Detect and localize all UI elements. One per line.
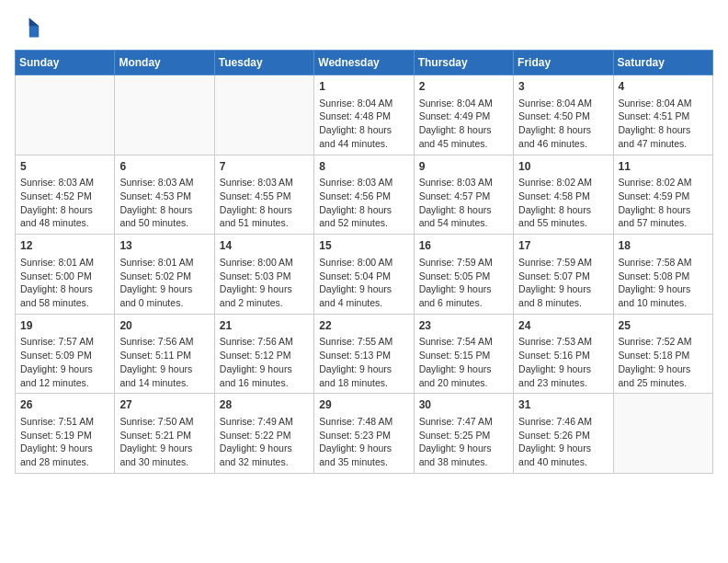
day-number: 18: [619, 238, 708, 254]
calendar-cell: 28Sunrise: 7:49 AM Sunset: 5:22 PM Dayli…: [214, 394, 313, 474]
day-number: 12: [20, 238, 109, 254]
calendar-cell: 24Sunrise: 7:53 AM Sunset: 5:16 PM Dayli…: [514, 314, 613, 394]
day-number: 9: [419, 159, 508, 175]
day-number: 29: [319, 397, 408, 413]
calendar-table: SundayMondayTuesdayWednesdayThursdayFrid…: [15, 50, 713, 474]
calendar-cell: 23Sunrise: 7:54 AM Sunset: 5:15 PM Dayli…: [414, 314, 513, 394]
calendar-cell: 17Sunrise: 7:59 AM Sunset: 5:07 PM Dayli…: [514, 235, 613, 315]
calendar-week-row: 12Sunrise: 8:01 AM Sunset: 5:00 PM Dayli…: [16, 235, 713, 315]
logo: [15, 15, 44, 40]
calendar-cell: 3Sunrise: 8:04 AM Sunset: 4:50 PM Daylig…: [514, 75, 613, 155]
calendar-cell: 15Sunrise: 8:00 AM Sunset: 5:04 PM Dayli…: [314, 235, 414, 315]
calendar-cell: 4Sunrise: 8:04 AM Sunset: 4:51 PM Daylig…: [613, 75, 712, 155]
day-info: Sunrise: 8:02 AM Sunset: 4:59 PM Dayligh…: [619, 176, 708, 230]
calendar-cell: [115, 75, 214, 155]
day-info: Sunrise: 7:51 AM Sunset: 5:19 PM Dayligh…: [20, 415, 109, 469]
calendar-cell: 31Sunrise: 7:46 AM Sunset: 5:26 PM Dayli…: [514, 394, 613, 474]
day-info: Sunrise: 7:55 AM Sunset: 5:13 PM Dayligh…: [319, 335, 408, 389]
logo-icon: [15, 15, 40, 40]
calendar-cell: 1Sunrise: 8:04 AM Sunset: 4:48 PM Daylig…: [314, 75, 414, 155]
day-info: Sunrise: 7:48 AM Sunset: 5:23 PM Dayligh…: [319, 415, 408, 469]
day-number: 25: [619, 318, 708, 334]
day-info: Sunrise: 7:50 AM Sunset: 5:21 PM Dayligh…: [119, 415, 209, 469]
day-number: 2: [419, 79, 508, 95]
day-info: Sunrise: 8:03 AM Sunset: 4:57 PM Dayligh…: [419, 176, 508, 230]
calendar-cell: 8Sunrise: 8:03 AM Sunset: 4:56 PM Daylig…: [314, 155, 414, 235]
weekday-header-row: SundayMondayTuesdayWednesdayThursdayFrid…: [16, 51, 713, 75]
day-number: 11: [619, 159, 708, 175]
calendar-cell: 30Sunrise: 7:47 AM Sunset: 5:25 PM Dayli…: [414, 394, 513, 474]
calendar-cell: 6Sunrise: 8:03 AM Sunset: 4:53 PM Daylig…: [115, 155, 214, 235]
day-info: Sunrise: 8:03 AM Sunset: 4:53 PM Dayligh…: [119, 176, 209, 230]
day-number: 5: [20, 159, 109, 175]
day-number: 4: [619, 79, 708, 95]
day-info: Sunrise: 7:59 AM Sunset: 5:07 PM Dayligh…: [518, 256, 608, 310]
day-number: 6: [119, 159, 209, 175]
day-info: Sunrise: 8:01 AM Sunset: 5:00 PM Dayligh…: [20, 256, 109, 310]
day-number: 17: [518, 238, 608, 254]
day-number: 8: [319, 159, 408, 175]
calendar-cell: 29Sunrise: 7:48 AM Sunset: 5:23 PM Dayli…: [314, 394, 414, 474]
calendar-cell: [214, 75, 313, 155]
calendar-cell: 26Sunrise: 7:51 AM Sunset: 5:19 PM Dayli…: [16, 394, 115, 474]
day-number: 1: [319, 79, 408, 95]
calendar-cell: [16, 75, 115, 155]
day-info: Sunrise: 7:58 AM Sunset: 5:08 PM Dayligh…: [619, 256, 708, 310]
weekday-header: Thursday: [414, 51, 513, 75]
day-number: 10: [518, 159, 608, 175]
day-info: Sunrise: 7:53 AM Sunset: 5:16 PM Dayligh…: [518, 335, 608, 389]
calendar-week-row: 1Sunrise: 8:04 AM Sunset: 4:48 PM Daylig…: [16, 75, 713, 155]
day-info: Sunrise: 7:57 AM Sunset: 5:09 PM Dayligh…: [20, 335, 109, 389]
day-number: 27: [119, 397, 209, 413]
day-info: Sunrise: 8:02 AM Sunset: 4:58 PM Dayligh…: [518, 176, 608, 230]
calendar-cell: 10Sunrise: 8:02 AM Sunset: 4:58 PM Dayli…: [514, 155, 613, 235]
weekday-header: Friday: [514, 51, 613, 75]
day-info: Sunrise: 7:59 AM Sunset: 5:05 PM Dayligh…: [419, 256, 508, 310]
calendar-cell: 5Sunrise: 8:03 AM Sunset: 4:52 PM Daylig…: [16, 155, 115, 235]
day-info: Sunrise: 8:04 AM Sunset: 4:48 PM Dayligh…: [319, 97, 408, 151]
calendar-cell: 25Sunrise: 7:52 AM Sunset: 5:18 PM Dayli…: [613, 314, 712, 394]
day-number: 30: [419, 397, 508, 413]
calendar-cell: [613, 394, 712, 474]
calendar-cell: 19Sunrise: 7:57 AM Sunset: 5:09 PM Dayli…: [16, 314, 115, 394]
day-info: Sunrise: 7:46 AM Sunset: 5:26 PM Dayligh…: [518, 415, 608, 469]
calendar-week-row: 5Sunrise: 8:03 AM Sunset: 4:52 PM Daylig…: [16, 155, 713, 235]
day-number: 14: [220, 238, 309, 254]
weekday-header: Tuesday: [214, 51, 313, 75]
day-info: Sunrise: 8:04 AM Sunset: 4:51 PM Dayligh…: [619, 97, 708, 151]
page-header: [15, 15, 713, 40]
day-info: Sunrise: 8:03 AM Sunset: 4:55 PM Dayligh…: [220, 176, 309, 230]
day-info: Sunrise: 8:00 AM Sunset: 5:03 PM Dayligh…: [220, 256, 309, 310]
calendar-cell: 16Sunrise: 7:59 AM Sunset: 5:05 PM Dayli…: [414, 235, 513, 315]
day-info: Sunrise: 7:56 AM Sunset: 5:11 PM Dayligh…: [119, 335, 209, 389]
day-info: Sunrise: 7:54 AM Sunset: 5:15 PM Dayligh…: [419, 335, 508, 389]
calendar-cell: 14Sunrise: 8:00 AM Sunset: 5:03 PM Dayli…: [214, 235, 313, 315]
weekday-header: Monday: [115, 51, 214, 75]
calendar-cell: 11Sunrise: 8:02 AM Sunset: 4:59 PM Dayli…: [613, 155, 712, 235]
day-number: 13: [119, 238, 209, 254]
day-number: 16: [419, 238, 508, 254]
day-info: Sunrise: 8:03 AM Sunset: 4:56 PM Dayligh…: [319, 176, 408, 230]
day-info: Sunrise: 7:56 AM Sunset: 5:12 PM Dayligh…: [220, 335, 309, 389]
calendar-cell: 2Sunrise: 8:04 AM Sunset: 4:49 PM Daylig…: [414, 75, 513, 155]
calendar-cell: 12Sunrise: 8:01 AM Sunset: 5:00 PM Dayli…: [16, 235, 115, 315]
day-info: Sunrise: 7:52 AM Sunset: 5:18 PM Dayligh…: [619, 335, 708, 389]
day-info: Sunrise: 7:47 AM Sunset: 5:25 PM Dayligh…: [419, 415, 508, 469]
calendar-cell: 22Sunrise: 7:55 AM Sunset: 5:13 PM Dayli…: [314, 314, 414, 394]
day-number: 7: [220, 159, 309, 175]
calendar-week-row: 19Sunrise: 7:57 AM Sunset: 5:09 PM Dayli…: [16, 314, 713, 394]
day-number: 31: [518, 397, 608, 413]
day-info: Sunrise: 8:00 AM Sunset: 5:04 PM Dayligh…: [319, 256, 408, 310]
day-number: 21: [220, 318, 309, 334]
day-number: 15: [319, 238, 408, 254]
day-info: Sunrise: 8:03 AM Sunset: 4:52 PM Dayligh…: [20, 176, 109, 230]
calendar-cell: 7Sunrise: 8:03 AM Sunset: 4:55 PM Daylig…: [214, 155, 313, 235]
calendar-cell: 18Sunrise: 7:58 AM Sunset: 5:08 PM Dayli…: [613, 235, 712, 315]
day-number: 22: [319, 318, 408, 334]
day-number: 23: [419, 318, 508, 334]
day-info: Sunrise: 8:04 AM Sunset: 4:49 PM Dayligh…: [419, 97, 508, 151]
day-number: 19: [20, 318, 109, 334]
weekday-header: Wednesday: [314, 51, 414, 75]
calendar-cell: 20Sunrise: 7:56 AM Sunset: 5:11 PM Dayli…: [115, 314, 214, 394]
day-number: 28: [220, 397, 309, 413]
